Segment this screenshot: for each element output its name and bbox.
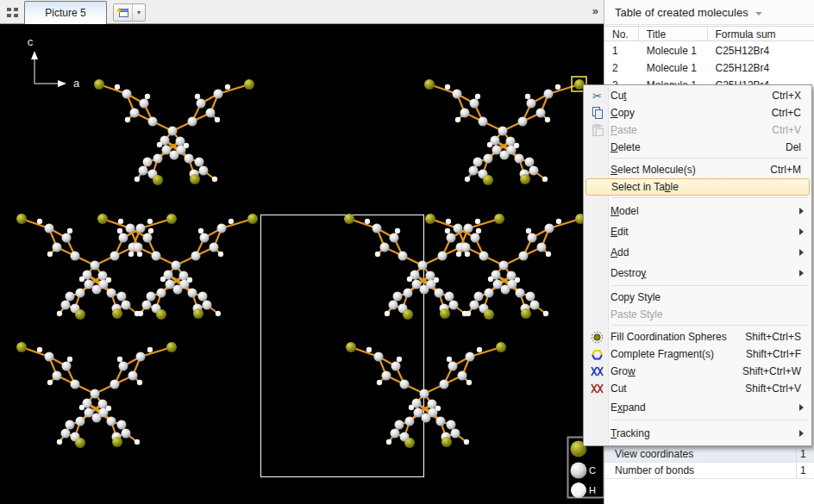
table-row[interactable]: 2Molecule 1C25H12Br4 — [604, 59, 814, 77]
structure-viewport[interactable]: c a C H — [0, 24, 604, 504]
molecule[interactable] — [16, 342, 177, 448]
overflow-chevron[interactable]: » — [592, 4, 597, 17]
menu-item-select-molecule-s[interactable]: Select Molecule(s)Ctrl+M — [584, 161, 811, 178]
c-axis-label: c — [28, 35, 34, 48]
menu-item-label: Paste — [610, 124, 637, 136]
menu-item-destroy[interactable]: Destroy — [584, 263, 811, 283]
cut-icon: ✂ — [584, 90, 610, 102]
property-list: View coordinates1Number of bonds1 — [604, 446, 814, 479]
menu-item-grow[interactable]: GrowShift+Ctrl+W — [584, 363, 811, 380]
menu-item-label: Expand — [610, 401, 646, 414]
property-value: 1 — [796, 446, 806, 462]
molecule[interactable] — [94, 79, 254, 185]
menu-item-label: Fill Coordination Spheres — [610, 331, 727, 343]
menu-item-shortcut: Shift+Ctrl+F — [746, 348, 811, 360]
menu-item-label: Paste Style — [610, 308, 663, 320]
table-row[interactable]: 1Molecule 1C25H12Br4 — [604, 42, 814, 59]
menu-item-tracking[interactable]: Tracking — [584, 423, 811, 444]
table-cell: C25H12Br4 — [708, 45, 814, 57]
menu-item-cut[interactable]: ✂CutCtrl+X — [584, 87, 811, 104]
legend-h-sphere — [571, 482, 586, 498]
menu-item-complete-fragment-s[interactable]: Complete Fragment(s)Shift+Ctrl+F — [584, 345, 811, 363]
submenu-arrow-icon — [799, 228, 804, 235]
menu-item-label: Copy Style — [610, 291, 661, 303]
table-cell: Molecule 1 — [639, 45, 708, 57]
menu-item-shortcut: Ctrl+X — [772, 90, 811, 102]
menu-item-expand[interactable]: Expand — [584, 397, 811, 418]
submenu-arrow-icon — [799, 430, 804, 437]
menu-separator — [611, 420, 808, 420]
molecule[interactable] — [346, 342, 506, 448]
menu-item-shortcut: Ctrl+C — [772, 107, 811, 119]
menu-separator — [611, 325, 808, 326]
menu-item-label: Cut — [610, 383, 627, 395]
column-header[interactable]: Title — [639, 27, 708, 40]
submenu-arrow-icon — [799, 404, 804, 411]
menu-item-shortcut: Ctrl+M — [770, 164, 811, 176]
property-row[interactable]: Number of bonds1 — [604, 463, 814, 479]
axes-indicator: c a — [28, 35, 80, 90]
table-cell: 2 — [604, 62, 639, 74]
dropdown-arrow-icon[interactable]: ▾ — [133, 9, 145, 16]
menu-item-label: Copy — [610, 107, 635, 119]
menu-item-shortcut: Del — [786, 141, 811, 153]
molecule-table-header: No.TitleFormula sum — [604, 26, 814, 41]
paste-icon — [584, 124, 610, 136]
menu-item-label: Delete — [610, 141, 641, 153]
menu-item-shortcut: Shift+Ctrl+V — [745, 383, 811, 395]
tab-picture-5[interactable]: Picture 5 — [24, 1, 107, 24]
menu-item-label: Cut — [610, 90, 627, 102]
submenu-arrow-icon — [799, 208, 804, 215]
menu-item-paste-style: Paste Style — [584, 306, 811, 323]
menu-item-add[interactable]: Add — [584, 242, 811, 263]
menu-separator — [611, 197, 808, 198]
a-axis-arrow-icon — [58, 80, 66, 87]
menu-item-label: Destroy — [610, 267, 646, 279]
menu-item-copy-style[interactable]: Copy Style — [584, 289, 811, 306]
table-cell: C25H12Br4 — [708, 62, 814, 74]
legend-c-sphere — [571, 463, 587, 479]
c-axis-arrow-icon — [31, 51, 38, 59]
menu-item-model[interactable]: Model — [584, 201, 811, 221]
grid-icon — [7, 8, 18, 17]
menu-item-cut[interactable]: CutShift+Ctrl+V — [584, 380, 811, 397]
new-picture-icon — [114, 4, 133, 21]
menu-item-label: Grow — [610, 365, 636, 377]
property-value: 1 — [796, 463, 806, 478]
property-label: View coordinates — [604, 448, 693, 460]
legend-h-label: H — [589, 485, 596, 495]
menu-item-label: Add — [610, 246, 629, 258]
atom-legend: C H — [568, 438, 604, 499]
menu-item-delete[interactable]: DeleteDel — [584, 139, 811, 156]
tile-pictures-button[interactable] — [3, 3, 22, 22]
property-label: Number of bonds — [604, 464, 694, 476]
tab-label: Picture 5 — [45, 7, 85, 19]
context-menu: ✂CutCtrl+XCopyCtrl+CPasteCtrl+VDeleteDel… — [583, 84, 812, 446]
app-window: Picture 5 ▾ » — [0, 0, 814, 504]
menu-item-shortcut: Shift+Ctrl+W — [742, 365, 811, 377]
menu-item-fill-coordination-spheres[interactable]: Fill Coordination SpheresShift+Ctrl+S — [584, 328, 811, 345]
column-header[interactable]: No. — [604, 27, 639, 40]
menu-item-copy[interactable]: CopyCtrl+C — [584, 104, 811, 121]
submenu-arrow-icon — [799, 249, 804, 256]
property-row[interactable]: View coordinates1 — [604, 446, 814, 463]
picture-tab-bar: Picture 5 ▾ » — [0, 0, 604, 24]
new-picture-button[interactable]: ▾ — [113, 3, 146, 22]
table-cell: 1 — [604, 45, 639, 57]
molecule[interactable] — [424, 79, 585, 185]
menu-item-label: Select in Table — [611, 181, 679, 193]
menu-item-shortcut: Ctrl+V — [772, 124, 811, 136]
menu-item-label: Complete Fragment(s) — [610, 348, 714, 360]
chevron-down-icon — [755, 12, 762, 16]
menu-item-label: Select Molecule(s) — [610, 164, 696, 176]
menu-item-select-in-table[interactable]: Select in Table — [585, 178, 810, 196]
menu-separator — [611, 158, 808, 159]
cut-red-icon — [584, 383, 610, 395]
grow-icon — [584, 365, 610, 377]
column-header[interactable]: Formula sum — [708, 27, 814, 40]
panel-header[interactable]: Table of created molecules — [604, 0, 814, 25]
table-cell: Molecule 1 — [639, 62, 708, 74]
a-axis-label: a — [73, 77, 80, 90]
menu-item-edit[interactable]: Edit — [584, 221, 811, 242]
menu-separator — [611, 285, 808, 286]
